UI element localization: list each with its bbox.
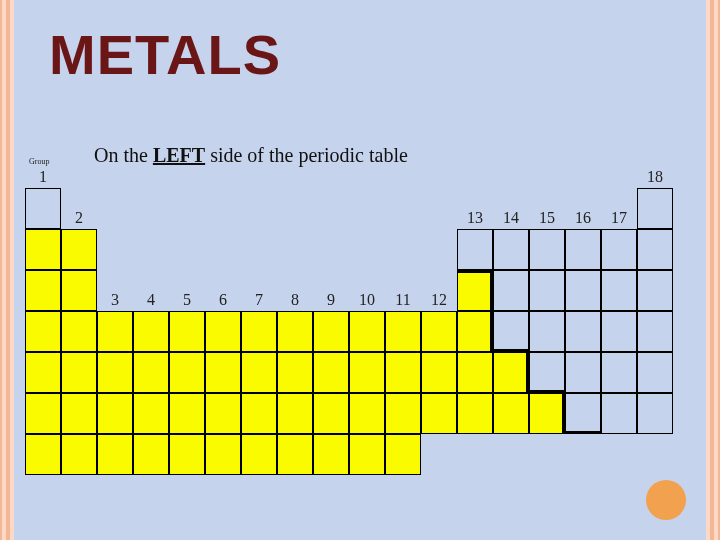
cell-p5-g5: [169, 352, 205, 393]
cell-p6-g11: [385, 393, 421, 434]
cell-p7-g8: [277, 434, 313, 475]
cell-p5-g14: [493, 352, 529, 393]
cell-p4-g15: [529, 311, 565, 352]
cell-p6-g14: [493, 393, 529, 434]
cell-p1-g18: [637, 188, 673, 229]
cell-p7-g9: [313, 434, 349, 475]
group-num-8: 8: [277, 291, 313, 309]
group-num-17: 17: [601, 209, 637, 227]
cell-p2-g18: [637, 229, 673, 270]
cell-p4-g8: [277, 311, 313, 352]
cell-p3-g16: [565, 270, 601, 311]
cell-p5-g9: [313, 352, 349, 393]
cell-p4-g2: [61, 311, 97, 352]
cell-p5-g4: [133, 352, 169, 393]
cell-p3-g17: [601, 270, 637, 311]
cell-p1-g1: [25, 188, 61, 229]
cell-p5-g1: [25, 352, 61, 393]
cell-p3-g18: [637, 270, 673, 311]
cell-p6-g4: [133, 393, 169, 434]
cell-p4-g9: [313, 311, 349, 352]
cell-p6-g13: [457, 393, 493, 434]
cell-p4-g10: [349, 311, 385, 352]
cell-p2-g16: [565, 229, 601, 270]
subtitle-bold: LEFT: [153, 144, 205, 166]
group-num-14: 14: [493, 209, 529, 227]
cell-p6-g18: [637, 393, 673, 434]
cell-p4-g13: [457, 311, 493, 352]
cell-p6-g8: [277, 393, 313, 434]
cell-p6-g10: [349, 393, 385, 434]
subtitle-post: side of the periodic table: [205, 144, 408, 166]
cell-p4-g4: [133, 311, 169, 352]
cell-p3-g2: [61, 270, 97, 311]
cell-p2-g14: [493, 229, 529, 270]
cell-p7-g6: [205, 434, 241, 475]
cell-p5-g2: [61, 352, 97, 393]
group-num-9: 9: [313, 291, 349, 309]
subtitle-pre: On the: [94, 144, 153, 166]
group-num-2: 2: [61, 209, 97, 227]
cell-p7-g4: [133, 434, 169, 475]
group-num-16: 16: [565, 209, 601, 227]
group-num-1: 1: [25, 168, 61, 186]
slide-title: METALS: [49, 22, 281, 87]
cell-p6-g6: [205, 393, 241, 434]
orange-dot-decoration: [646, 480, 686, 520]
cell-p6-g5: [169, 393, 205, 434]
cell-p6-g1: [25, 393, 61, 434]
cell-p5-g16: [565, 352, 601, 393]
group-num-15: 15: [529, 209, 565, 227]
cell-p4-g1: [25, 311, 61, 352]
cell-p6-g7: [241, 393, 277, 434]
cell-p5-g12: [421, 352, 457, 393]
group-num-5: 5: [169, 291, 205, 309]
cell-p4-g18: [637, 311, 673, 352]
cell-p6-g16: [565, 393, 601, 434]
cell-p3-g14: [493, 270, 529, 311]
cell-p3-g1: [25, 270, 61, 311]
cell-p4-g17: [601, 311, 637, 352]
subtitle: On the LEFT side of the periodic table: [94, 144, 408, 167]
cell-p4-g12: [421, 311, 457, 352]
group-num-13: 13: [457, 209, 493, 227]
cell-p5-g3: [97, 352, 133, 393]
cell-p2-g13: [457, 229, 493, 270]
cell-p3-g15: [529, 270, 565, 311]
cell-p4-g16: [565, 311, 601, 352]
group-num-6: 6: [205, 291, 241, 309]
group-num-7: 7: [241, 291, 277, 309]
cell-p5-g10: [349, 352, 385, 393]
group-num-10: 10: [349, 291, 385, 309]
group-num-4: 4: [133, 291, 169, 309]
cell-p5-g17: [601, 352, 637, 393]
cell-p3-g13: [457, 270, 493, 311]
slide-body: METALS Group On the LEFT side of the per…: [14, 0, 706, 540]
cell-p5-g11: [385, 352, 421, 393]
cell-p4-g14: [493, 311, 529, 352]
cell-p7-g2: [61, 434, 97, 475]
group-num-11: 11: [385, 291, 421, 309]
cell-p2-g15: [529, 229, 565, 270]
cell-p6-g17: [601, 393, 637, 434]
cell-p7-g1: [25, 434, 61, 475]
cell-p2-g17: [601, 229, 637, 270]
cell-p5-g7: [241, 352, 277, 393]
cell-p4-g3: [97, 311, 133, 352]
cell-p4-g11: [385, 311, 421, 352]
group-num-12: 12: [421, 291, 457, 309]
cell-p5-g6: [205, 352, 241, 393]
cell-p6-g9: [313, 393, 349, 434]
cell-p7-g11: [385, 434, 421, 475]
group-num-18: 18: [637, 168, 673, 186]
cell-p6-g2: [61, 393, 97, 434]
cell-p4-g6: [205, 311, 241, 352]
cell-p2-g2: [61, 229, 97, 270]
cell-p4-g7: [241, 311, 277, 352]
cell-p5-g15: [529, 352, 565, 393]
cell-p6-g15: [529, 393, 565, 434]
cell-p7-g3: [97, 434, 133, 475]
cell-p5-g13: [457, 352, 493, 393]
cell-p4-g5: [169, 311, 205, 352]
cell-p6-g3: [97, 393, 133, 434]
